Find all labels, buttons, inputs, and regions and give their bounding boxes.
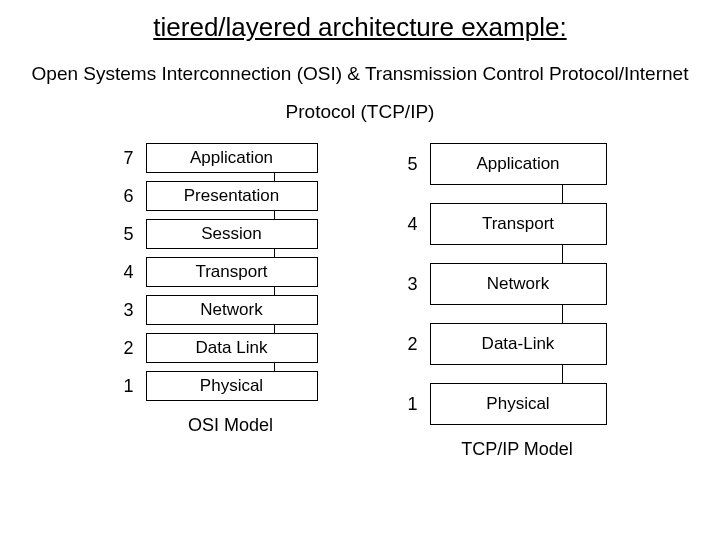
connector: [274, 173, 275, 181]
layer-box: Presentation: [146, 181, 318, 211]
connector: [274, 363, 275, 371]
layer-row: 5 Session: [114, 219, 318, 249]
layer-box: Transport: [430, 203, 607, 245]
layer-number: 1: [398, 394, 418, 415]
layer-row: 3 Network: [398, 263, 607, 305]
layer-number: 5: [114, 224, 134, 245]
tcpip-model-column: 5 Application 4 Transport 3 Network 2 Da…: [398, 143, 607, 460]
layer-row: 3 Network: [114, 295, 318, 325]
layer-number: 4: [398, 214, 418, 235]
layer-box: Physical: [146, 371, 318, 401]
layer-number: 2: [398, 334, 418, 355]
tcpip-model-label: TCP/IP Model: [461, 439, 573, 460]
layer-box: Data-Link: [430, 323, 607, 365]
connector: [562, 185, 563, 203]
layer-number: 3: [114, 300, 134, 321]
connector: [274, 211, 275, 219]
connector: [274, 249, 275, 257]
osi-model-label: OSI Model: [188, 415, 273, 436]
layer-box: Network: [430, 263, 607, 305]
layer-number: 5: [398, 154, 418, 175]
layer-row: 5 Application: [398, 143, 607, 185]
connector: [274, 325, 275, 333]
layer-row: 7 Application: [114, 143, 318, 173]
layer-number: 1: [114, 376, 134, 397]
layer-box: Physical: [430, 383, 607, 425]
connector: [562, 245, 563, 263]
layer-box: Transport: [146, 257, 318, 287]
connector: [562, 365, 563, 383]
layer-row: 1 Physical: [398, 383, 607, 425]
layer-box: Network: [146, 295, 318, 325]
osi-model-column: 7 Application 6 Presentation 5 Session 4…: [114, 143, 318, 460]
layer-row: 2 Data-Link: [398, 323, 607, 365]
layer-row: 4 Transport: [114, 257, 318, 287]
layer-box: Session: [146, 219, 318, 249]
layer-number: 4: [114, 262, 134, 283]
layer-box: Application: [430, 143, 607, 185]
connector: [274, 287, 275, 295]
layer-box: Application: [146, 143, 318, 173]
layer-row: 4 Transport: [398, 203, 607, 245]
layer-row: 6 Presentation: [114, 181, 318, 211]
slide-subtitle: Open Systems Interconnection (OSI) & Tra…: [0, 55, 720, 131]
layer-box: Data Link: [146, 333, 318, 363]
layer-number: 3: [398, 274, 418, 295]
layer-number: 2: [114, 338, 134, 359]
slide-title: tiered/layered architecture example:: [0, 0, 720, 43]
layer-row: 2 Data Link: [114, 333, 318, 363]
connector: [562, 305, 563, 323]
layer-number: 7: [114, 148, 134, 169]
layer-row: 1 Physical: [114, 371, 318, 401]
layer-number: 6: [114, 186, 134, 207]
diagram-area: 7 Application 6 Presentation 5 Session 4…: [0, 143, 720, 460]
